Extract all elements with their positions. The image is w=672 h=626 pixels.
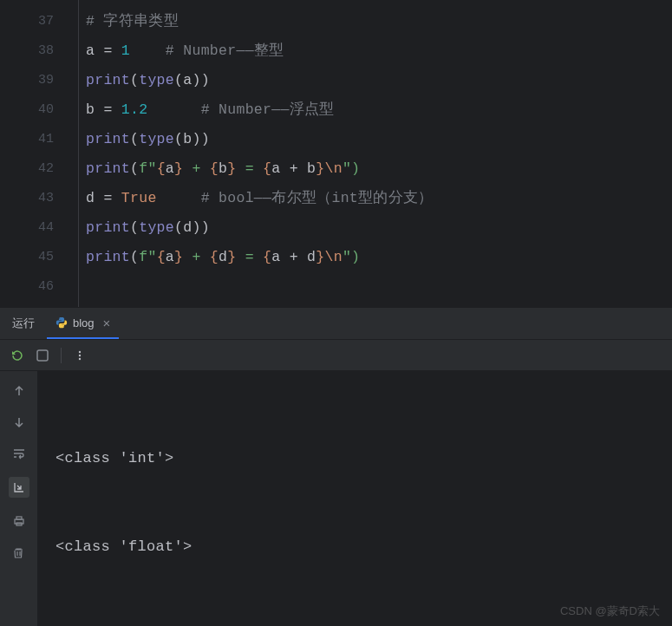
svg-point-3 <box>79 357 81 359</box>
run-toolbar <box>0 340 672 371</box>
console-gutter <box>0 371 38 626</box>
python-icon <box>55 316 68 329</box>
watermark: CSDN @蒙奇D索大 <box>560 603 660 619</box>
code-line: print(type(d)) <box>86 213 672 243</box>
line-number: 46 <box>0 272 54 302</box>
line-number: 42 <box>0 154 54 184</box>
line-number: 40 <box>0 95 54 125</box>
svg-point-2 <box>79 354 81 355</box>
more-icon[interactable] <box>74 349 86 362</box>
soft-wrap-icon[interactable] <box>11 446 27 461</box>
output-line: <class 'int'> <box>55 444 655 473</box>
console-area: <class 'int'> <class 'float'> 1 + 1.2 = … <box>0 371 672 626</box>
code-line <box>86 272 672 302</box>
close-icon[interactable]: × <box>103 316 111 330</box>
code-line: print(f"{a} + {d} = {a + d}\n") <box>86 243 672 272</box>
code-line: print(type(a)) <box>86 66 672 95</box>
arrow-up-icon[interactable] <box>11 383 27 399</box>
line-number: 38 <box>0 36 54 66</box>
arrow-down-icon[interactable] <box>11 414 27 430</box>
run-tabs-bar: 运行 blog × <box>0 307 672 340</box>
code-line: d = True # bool——布尔型（int型的分支） <box>86 184 672 213</box>
stop-icon[interactable] <box>36 349 49 362</box>
tab-blog[interactable]: blog × <box>47 308 119 339</box>
line-gutter: 37 38 39 40 41 42 43 44 45 46 <box>0 0 78 307</box>
line-number: 44 <box>0 213 54 243</box>
line-number: 37 <box>0 7 54 36</box>
line-number: 43 <box>0 184 54 213</box>
editor-area: 37 38 39 40 41 42 43 44 45 46 # 字符串类型 a … <box>0 0 672 307</box>
svg-rect-0 <box>37 350 48 361</box>
trash-icon[interactable] <box>11 544 27 560</box>
line-number: 41 <box>0 125 54 154</box>
output-line: <class 'float'> <box>55 532 655 562</box>
line-number: 45 <box>0 243 54 272</box>
console-output[interactable]: <class 'int'> <class 'float'> 1 + 1.2 = … <box>38 371 672 626</box>
code-line: a = 1 # Number——整型 <box>86 36 672 66</box>
code-editor[interactable]: # 字符串类型 a = 1 # Number——整型 print(type(a)… <box>78 0 672 307</box>
code-line: # 字符串类型 <box>86 7 672 36</box>
svg-point-1 <box>79 350 81 352</box>
code-line: print(type(b)) <box>86 125 672 154</box>
divider <box>61 348 62 363</box>
line-number: 39 <box>0 66 54 95</box>
tab-blog-label: blog <box>73 316 95 329</box>
print-icon[interactable] <box>11 513 27 529</box>
run-panel-label[interactable]: 运行 <box>0 308 47 339</box>
code-line: print(f"{a} + {b} = {a + b}\n") <box>86 154 672 184</box>
code-line: b = 1.2 # Number——浮点型 <box>86 95 672 125</box>
svg-rect-5 <box>16 517 22 519</box>
scroll-to-end-icon[interactable] <box>9 477 29 498</box>
output-line: 1 + 1.2 = 2.2 <box>55 621 655 626</box>
rerun-icon[interactable] <box>10 349 24 362</box>
